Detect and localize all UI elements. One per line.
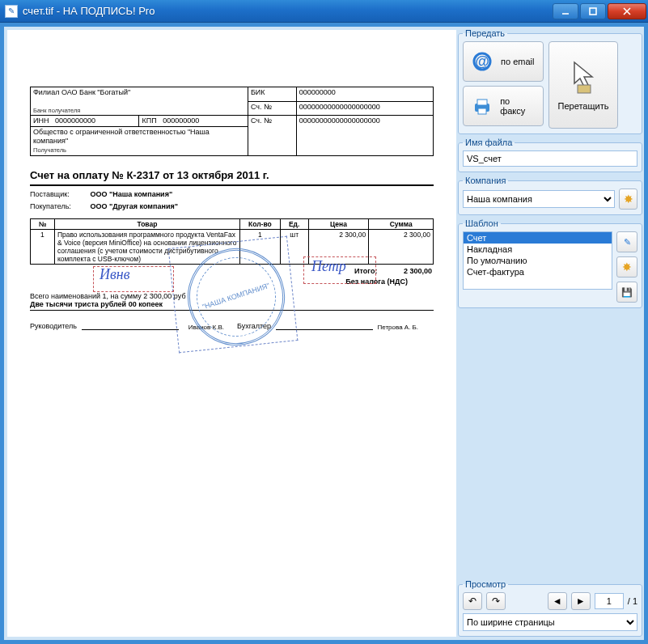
email-btn-label: по email (501, 57, 534, 66)
filename-legend: Имя файла (463, 138, 515, 147)
recipient-label: Получатель (33, 146, 66, 154)
kpp-value: 000000000 (163, 117, 199, 125)
send-fax-button[interactable]: по факсу (463, 86, 544, 126)
svg-marker-9 (574, 62, 592, 87)
next-page-button[interactable]: ► (571, 592, 591, 610)
corr-acc-value: 00000000000000000000 (299, 103, 380, 111)
company-group: Компания Наша компания ✸ (458, 176, 642, 215)
send-email-button[interactable]: @ по email (463, 41, 544, 82)
bik-value: 000000000 (299, 88, 336, 96)
prev-page-button[interactable]: ◄ (548, 592, 567, 610)
bank-branch: Филиал ОАО Банк "Богатый" (33, 88, 130, 96)
chevron-right-icon: ► (576, 595, 586, 607)
maximize-button[interactable] (580, 3, 606, 19)
page-input[interactable] (595, 593, 624, 609)
kpp-label: КПП (142, 117, 156, 125)
drag-btn-label: Перетащить (558, 101, 609, 111)
svg-rect-10 (578, 85, 591, 93)
save-template-button[interactable]: 💾 (616, 282, 637, 303)
col-qty: Кол-во (239, 218, 280, 229)
send-legend: Передать (463, 28, 507, 38)
bank-details-table: Филиал ОАО Банк "Богатый" Банк получател… (30, 87, 434, 156)
page-total: / 1 (628, 596, 637, 606)
list-item[interactable]: Накладная (464, 244, 612, 255)
stamp-text: "НАША КОМПАНИЯ" (201, 282, 272, 312)
side-panel: Передать @ по email по факсу (458, 28, 642, 638)
inn-label: ИНН (33, 117, 49, 125)
rotate-left-button[interactable]: ↶ (463, 592, 482, 610)
item-sum: 2 300,00 (369, 229, 434, 264)
buyer-value: ООО "Другая компания" (91, 202, 178, 210)
gear-icon: ✸ (624, 193, 633, 205)
fax-btn-label: по факсу (500, 96, 536, 116)
rotate-right-button[interactable]: ↷ (486, 592, 506, 610)
at-icon: @ (470, 49, 494, 74)
col-name: Товар (54, 218, 239, 229)
svg-text:@: @ (475, 53, 489, 70)
list-item[interactable]: Счет (464, 232, 612, 244)
close-button[interactable] (608, 3, 646, 19)
rotate-cw-icon: ↷ (492, 595, 500, 607)
template-list[interactable]: Счет Накладная По умолчанию Счет-фактура (463, 231, 612, 290)
titlebar: ✎ счет.tif - НА ПОДПИСЬ! Pro (0, 0, 648, 23)
list-item[interactable]: По умолчанию (464, 255, 612, 266)
save-icon: 💾 (621, 287, 633, 298)
signature-2: Петр (311, 258, 346, 275)
list-item[interactable]: Счет-фактура (464, 266, 612, 278)
svg-rect-8 (478, 108, 486, 114)
invoice-title: Счет на оплату № К-2317 от 13 октября 20… (30, 169, 434, 186)
accountant-name: Петрова А. Б. (377, 324, 418, 331)
item-n: 1 (31, 229, 55, 264)
minimize-button[interactable] (553, 3, 578, 19)
filename-input[interactable] (463, 150, 637, 167)
bik-label: БИК (251, 88, 265, 96)
acc-label-1: Сч. № (251, 103, 272, 111)
edit-template-button[interactable]: ✎ (616, 231, 637, 252)
acc-label-2: Сч. № (251, 117, 272, 125)
col-num: № (31, 218, 55, 229)
company-select[interactable]: Наша компания (463, 190, 615, 208)
svg-rect-1 (590, 8, 596, 15)
leader-role: Руководитель (30, 322, 77, 330)
app-icon: ✎ (5, 5, 18, 18)
send-group: Передать @ по email по факсу (458, 28, 642, 134)
gear-icon: ✸ (622, 261, 632, 273)
template-settings-button[interactable]: ✸ (616, 256, 637, 278)
bank-recipient-label: Банк получателя (33, 107, 80, 114)
col-unit: Ед. (280, 218, 308, 229)
supplier-label: Поставщик: (30, 190, 88, 198)
filename-group: Имя файла (458, 138, 642, 172)
total-value: 2 300,00 (404, 267, 432, 275)
col-price: Цена (308, 218, 369, 229)
client-area: Филиал ОАО Банк "Богатый" Банк получател… (0, 23, 648, 644)
acc2-value: 00000000000000000000 (299, 117, 380, 125)
zoom-select[interactable]: По ширине страницы (463, 613, 637, 631)
cursor-icon (570, 59, 597, 96)
col-sum: Сумма (369, 218, 434, 229)
rotate-ccw-icon: ↶ (468, 595, 476, 607)
supplier-value: ООО "Наша компания" (91, 190, 173, 198)
template-legend: Шаблон (463, 218, 501, 228)
chevron-left-icon: ◄ (553, 595, 562, 607)
view-group: Просмотр ↶ ↷ ◄ ► / 1 По ширине страницы (458, 579, 642, 637)
side-spacer (458, 311, 642, 578)
template-group: Шаблон Счет Накладная По умолчанию Счет-… (458, 218, 642, 308)
buyer-label: Покупатель: (30, 202, 88, 210)
view-legend: Просмотр (463, 579, 508, 589)
inn-value: 0000000000 (55, 117, 95, 125)
payer-desc: Общество с ограниченной ответственностью… (33, 128, 210, 145)
pencil-icon: ✎ (624, 237, 631, 248)
svg-rect-7 (477, 100, 487, 105)
drag-button[interactable]: Перетащить (548, 41, 618, 129)
company-settings-button[interactable]: ✸ (619, 189, 637, 210)
window-title: счет.tif - НА ПОДПИСЬ! Pro (23, 5, 553, 17)
document-preview[interactable]: Филиал ОАО Банк "Богатый" Банк получател… (7, 30, 456, 637)
signature-1: Ивнв (100, 266, 130, 283)
invoice-document: Филиал ОАО Банк "Богатый" Банк получател… (30, 87, 434, 330)
printer-icon (470, 94, 493, 118)
company-legend: Компания (463, 176, 508, 185)
